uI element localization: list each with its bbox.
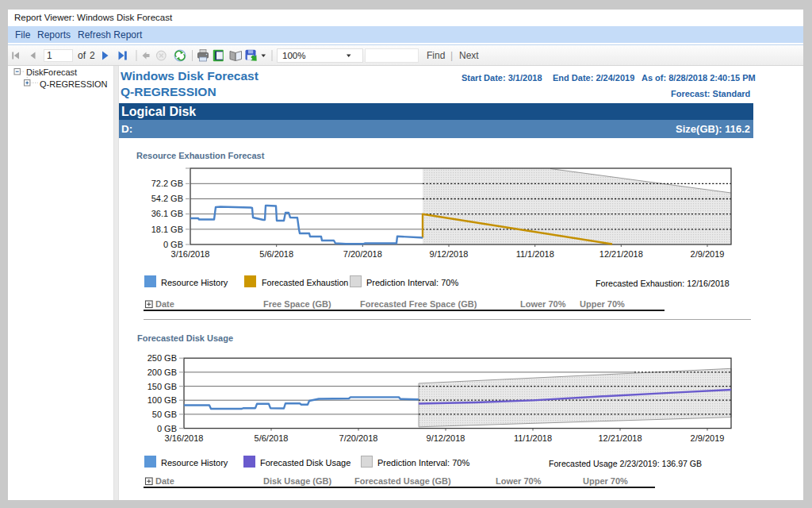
svg-text:0 GB: 0 GB: [163, 240, 183, 249]
svg-text:5/6/2018: 5/6/2018: [259, 249, 293, 259]
svg-text:12/21/2018: 12/21/2018: [599, 249, 643, 259]
svg-text:2/9/2019: 2/9/2019: [691, 249, 725, 259]
svg-text:11/1/2018: 11/1/2018: [516, 249, 554, 259]
svg-text:18.1 GB: 18.1 GB: [151, 225, 183, 234]
svg-text:50 GB: 50 GB: [152, 410, 177, 419]
svg-text:5/6/2018: 5/6/2018: [255, 433, 289, 443]
svg-text:200 GB: 200 GB: [147, 368, 177, 377]
svg-text:9/12/2018: 9/12/2018: [427, 433, 465, 443]
svg-text:72.2 GB: 72.2 GB: [151, 179, 183, 188]
svg-text:12/21/2018: 12/21/2018: [598, 433, 642, 443]
svg-text:2/9/2019: 2/9/2019: [691, 433, 725, 443]
svg-text:100 GB: 100 GB: [147, 395, 177, 405]
svg-text:9/12/2018: 9/12/2018: [430, 249, 469, 259]
svg-text:250 GB: 250 GB: [147, 353, 177, 363]
svg-text:3/16/2018: 3/16/2018: [171, 249, 210, 259]
svg-text:7/20/2018: 7/20/2018: [343, 249, 382, 259]
svg-text:7/20/2018: 7/20/2018: [339, 433, 378, 443]
svg-text:36.1 GB: 36.1 GB: [151, 209, 183, 218]
svg-text:0 GB: 0 GB: [157, 424, 177, 433]
svg-text:11/1/2018: 11/1/2018: [514, 433, 552, 443]
svg-text:54.2 GB: 54.2 GB: [151, 194, 183, 203]
svg-text:150 GB: 150 GB: [147, 382, 177, 391]
svg-text:3/16/2018: 3/16/2018: [165, 433, 204, 443]
